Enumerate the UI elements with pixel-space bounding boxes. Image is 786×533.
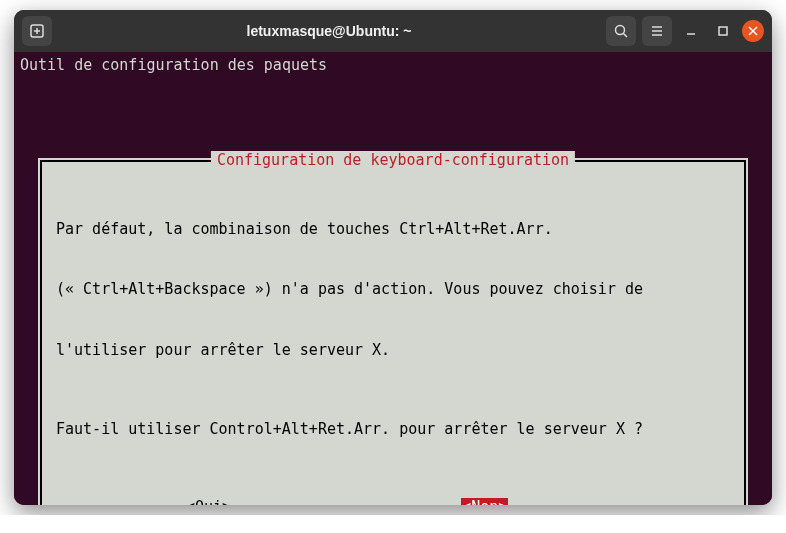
close-icon xyxy=(748,26,758,36)
close-button[interactable] xyxy=(742,20,764,42)
minimize-button[interactable] xyxy=(678,18,704,44)
terminal-window: letuxmasque@Ubuntu: ~ xyxy=(14,10,772,505)
new-tab-icon xyxy=(29,23,45,39)
config-dialog: Configuration de keyboard-configuration … xyxy=(38,158,748,505)
titlebar: letuxmasque@Ubuntu: ~ xyxy=(14,10,772,52)
window-title: letuxmasque@Ubuntu: ~ xyxy=(60,23,598,39)
minimize-icon xyxy=(685,25,697,37)
no-button[interactable]: <Non> xyxy=(461,498,508,506)
terminal-area[interactable]: Outil de configuration des paquets Confi… xyxy=(14,52,772,505)
maximize-button[interactable] xyxy=(710,18,736,44)
new-tab-button[interactable] xyxy=(22,16,52,46)
svg-line-4 xyxy=(624,34,628,38)
search-button[interactable] xyxy=(606,16,636,46)
terminal-header-text: Outil de configuration des paquets xyxy=(20,56,766,76)
dialog-line: (« Ctrl+Alt+Backspace ») n'a pas d'actio… xyxy=(56,279,730,299)
search-icon xyxy=(613,23,629,39)
menu-button[interactable] xyxy=(642,16,672,46)
dialog-buttons: <Oui> <Non> xyxy=(56,498,730,506)
yes-button[interactable]: <Oui> xyxy=(186,498,231,506)
dialog-line: l'utiliser pour arrêter le serveur X. xyxy=(56,340,730,360)
dialog-title: Configuration de keyboard-configuration xyxy=(211,151,575,171)
dialog-line: Par défaut, la combinaison de touches Ct… xyxy=(56,219,730,239)
hamburger-icon xyxy=(649,23,665,39)
svg-rect-9 xyxy=(719,27,727,35)
dialog-question: Faut-il utiliser Control+Alt+Ret.Arr. po… xyxy=(56,419,730,439)
dialog-body: Par défaut, la combinaison de touches Ct… xyxy=(56,178,730,480)
dialog-frame: Configuration de keyboard-configuration … xyxy=(40,160,746,505)
svg-point-3 xyxy=(616,26,625,35)
maximize-icon xyxy=(717,25,729,37)
